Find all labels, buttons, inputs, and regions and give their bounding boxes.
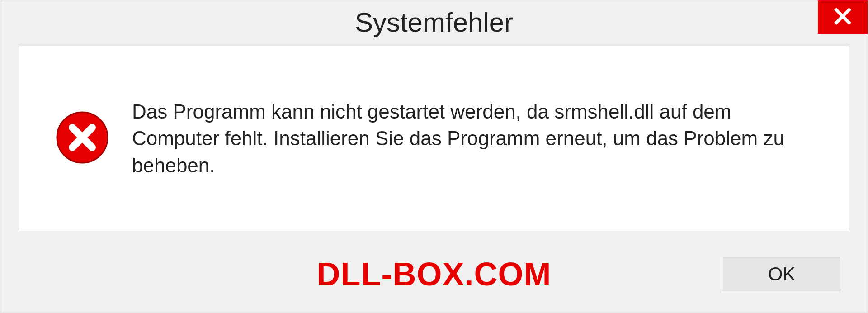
- error-dialog: Systemfehler Das Programm kann nicht ges…: [0, 0, 868, 313]
- error-icon: [55, 110, 109, 166]
- close-icon: [834, 7, 852, 27]
- ok-button[interactable]: OK: [723, 257, 840, 291]
- content-panel: Das Programm kann nicht gestartet werden…: [19, 46, 849, 231]
- close-button[interactable]: [818, 0, 868, 34]
- error-message: Das Programm kann nicht gestartet werden…: [132, 98, 813, 179]
- dialog-footer: DLL-BOX.COM OK: [0, 245, 868, 313]
- dialog-title: Systemfehler: [355, 7, 513, 38]
- titlebar: Systemfehler: [0, 0, 868, 46]
- watermark-text: DLL-BOX.COM: [317, 256, 552, 293]
